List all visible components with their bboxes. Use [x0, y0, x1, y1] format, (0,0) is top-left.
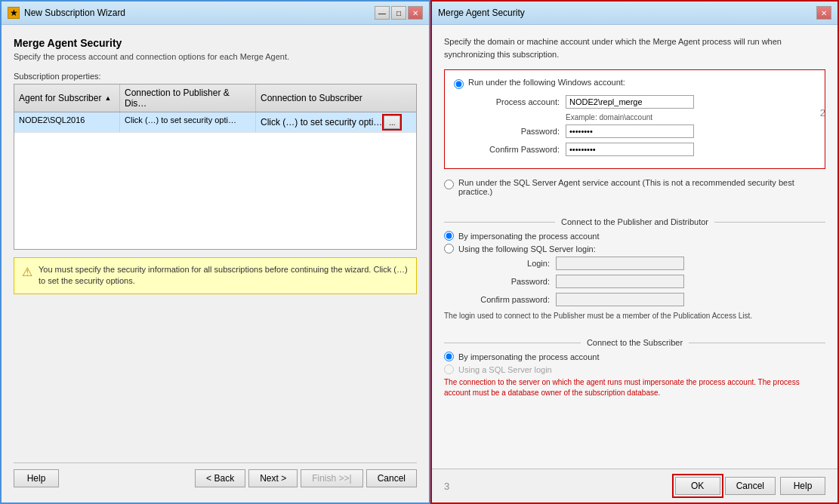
publisher-login-row: Login: — [459, 257, 825, 270]
button-row: Help < Back Next > Finish >>| Cancel — [14, 463, 417, 490]
next-button[interactable]: Next > — [248, 469, 298, 487]
impersonate-subscriber-label: By impersonating the process account — [458, 352, 600, 361]
impersonate-subscriber-radio[interactable] — [444, 352, 454, 361]
publisher-separator: Connect to the Publisher and Distributor — [444, 217, 825, 226]
impersonate-publisher-row: By impersonating the process account — [444, 231, 825, 241]
close-button-right[interactable]: ✕ — [816, 6, 831, 20]
left-window: ★ New Subscription Wizard — □ ✕ Merge Ag… — [0, 0, 430, 504]
left-titlebar: ★ New Subscription Wizard — □ ✕ — [2, 2, 429, 25]
left-heading: Merge Agent Security — [14, 37, 417, 49]
connect-subscriber-section: Connect to the Subscriber By impersonati… — [444, 333, 825, 398]
windows-account-group: Run under the following Windows account:… — [444, 69, 825, 169]
col1-header: Agent for Subscriber ▲ — [14, 85, 120, 112]
sep-line-left — [444, 222, 555, 223]
warning-box: ⚠ You must specify the security informat… — [14, 257, 417, 294]
sql-login-publisher-row: Using the following SQL Server login: — [444, 244, 825, 254]
publisher-connection-cell: Click (…) to set security opti… — [120, 112, 256, 132]
cancel-button-right[interactable]: Cancel — [725, 477, 776, 495]
ok-button[interactable]: OK — [675, 477, 720, 495]
run-under-account-row: Run under the following Windows account: — [454, 78, 816, 89]
nav-buttons: < Back Next > Finish >>| Cancel — [195, 469, 417, 487]
run-under-sql-radio[interactable] — [444, 180, 454, 189]
left-window-title: New Subscription Wizard — [24, 8, 125, 18]
process-account-form: Process account: Example: domain\account… — [469, 95, 816, 156]
sql-login-subscriber-label: Using a SQL Server login — [458, 365, 552, 374]
warning-text: You must specify the security informatio… — [39, 264, 409, 287]
close-button-left[interactable]: ✕ — [408, 6, 423, 20]
confirm-password-label: Confirm Password: — [469, 145, 560, 154]
col3-header: Connection to Subscriber — [256, 85, 416, 112]
subscriber-connection-cell: Click (…) to set security opti… ... — [256, 112, 416, 132]
publisher-confirm-row: Confirm password: — [459, 293, 825, 306]
sep-line-right — [714, 222, 825, 223]
publisher-confirm-label: Confirm password: — [459, 295, 550, 304]
confirm-password-row: Confirm Password: — [469, 143, 816, 156]
impersonate-publisher-radio[interactable] — [444, 231, 454, 241]
sql-login-publisher-radio[interactable] — [444, 244, 454, 254]
help-button-right[interactable]: Help — [780, 477, 825, 495]
publisher-password-input[interactable] — [556, 275, 684, 288]
window-icon: ★ — [8, 7, 20, 19]
publisher-confirm-input[interactable] — [556, 293, 684, 306]
password-row: Password: — [469, 124, 816, 138]
run-under-account-radio[interactable] — [454, 79, 464, 89]
cancel-button-left[interactable]: Cancel — [366, 469, 417, 487]
minimize-button[interactable]: — — [375, 6, 390, 20]
publisher-section-label: Connect to the Publisher and Distributor — [561, 217, 708, 226]
publisher-password-row: Password: — [459, 275, 825, 288]
right-window: Merge Agent Security ✕ Specify the domai… — [430, 0, 839, 504]
subscriber-section-label: Connect to the Subscriber — [587, 338, 683, 347]
help-button-left[interactable]: Help — [14, 469, 59, 487]
maximize-button[interactable]: □ — [391, 6, 406, 20]
access-note: The login used to connect to the Publish… — [444, 311, 825, 321]
sql-login-subscriber-radio[interactable] — [444, 364, 454, 374]
publisher-login-form: Login: Password: Confirm password: — [459, 257, 825, 306]
intro-text: Specify the domain or machine account un… — [444, 35, 825, 60]
subscriber-cell: NODE2\SQL2016 — [14, 112, 120, 132]
password-label: Password: — [469, 127, 560, 136]
table-row[interactable]: NODE2\SQL2016 Click (…) to set security … — [14, 112, 416, 133]
right-window-title: Merge Agent Security — [438, 8, 525, 18]
publisher-password-label: Password: — [459, 277, 550, 286]
back-button[interactable]: < Back — [195, 469, 245, 487]
process-account-input[interactable] — [566, 95, 694, 109]
subscriber-separator: Connect to the Subscriber — [444, 338, 825, 347]
ellipsis-button[interactable]: ... — [384, 115, 400, 129]
badge2: 2 — [820, 107, 825, 118]
process-account-row: Process account: — [469, 95, 816, 109]
right-titlebar: Merge Agent Security ✕ — [432, 2, 837, 25]
col2-header: Connection to Publisher & Dis… — [120, 85, 256, 112]
publisher-login-label: Login: — [459, 259, 550, 268]
badge3: 3 — [444, 481, 449, 492]
table-header: Agent for Subscriber ▲ Connection to Pub… — [14, 85, 416, 112]
publisher-login-input[interactable] — [556, 257, 684, 270]
right-content: Specify the domain or machine account un… — [432, 25, 837, 469]
password-input[interactable] — [566, 124, 694, 138]
titlebar-controls: — □ ✕ — [375, 6, 423, 20]
sql-login-publisher-label: Using the following SQL Server login: — [458, 244, 596, 254]
finish-button[interactable]: Finish >>| — [301, 469, 362, 487]
subscription-label: Subscription properties: — [14, 72, 417, 81]
run-under-sql-label: Run under the SQL Server Agent service a… — [458, 178, 825, 196]
sql-login-subscriber-row: Using a SQL Server login — [444, 364, 825, 374]
titlebar-left: ★ New Subscription Wizard — [8, 7, 125, 19]
subscription-table: Agent for Subscriber ▲ Connection to Pub… — [14, 84, 417, 250]
run-under-sql-row: Run under the SQL Server Agent service a… — [444, 178, 825, 196]
run-under-account-label: Run under the following Windows account: — [468, 78, 625, 87]
confirm-password-input[interactable] — [566, 143, 694, 156]
left-window-content: Merge Agent Security Specify the process… — [2, 25, 429, 502]
subscriber-note: The connection to the server on which th… — [444, 377, 825, 398]
left-description: Specify the process account and connecti… — [14, 52, 417, 61]
warning-icon: ⚠ — [22, 265, 32, 279]
bottom-bar: 3 OK Cancel Help — [432, 469, 837, 502]
connect-publisher-section: Connect to the Publisher and Distributor… — [444, 213, 825, 321]
process-account-label: Process account: — [469, 97, 560, 106]
impersonate-subscriber-row: By impersonating the process account — [444, 352, 825, 361]
process-account-hint: Example: domain\account — [566, 113, 816, 121]
impersonate-publisher-label: By impersonating the process account — [458, 232, 600, 241]
